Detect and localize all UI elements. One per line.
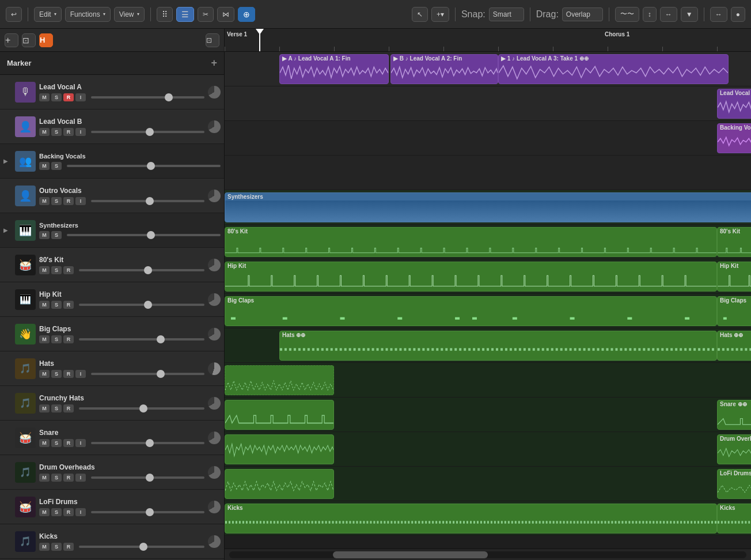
fader-knob-lead-vocal-b[interactable]: [146, 128, 154, 136]
region-lofi-drums-start[interactable]: [225, 469, 334, 499]
add-marker-button[interactable]: +: [211, 57, 217, 69]
region-big-claps-chorus[interactable]: Big Claps: [717, 296, 751, 326]
back-button[interactable]: ↩: [6, 7, 22, 22]
volume-knob-lead-vocal-b[interactable]: [208, 120, 221, 133]
mute-hip-kit[interactable]: M: [39, 301, 50, 309]
region-hip-kit-chorus[interactable]: Hip Kit: [717, 262, 751, 292]
volume-knob-crunchy-hats[interactable]: [208, 397, 221, 410]
solo-outro-vocals[interactable]: S: [51, 197, 62, 205]
record-hip-kit[interactable]: R: [63, 301, 74, 309]
input-lead-vocal-b[interactable]: I: [75, 128, 86, 136]
volume-knob-lead-vocal-a[interactable]: [208, 86, 221, 99]
solo-drum-overheads[interactable]: S: [51, 474, 62, 482]
h-button[interactable]: H: [39, 33, 53, 47]
fader-knob-lead-vocal-a[interactable]: [165, 93, 173, 101]
input-lead-vocal-a[interactable]: I: [75, 93, 86, 101]
fader-crunchy-hats[interactable]: [79, 407, 204, 410]
fader-knob-outro-vocals[interactable]: [146, 197, 154, 205]
region-hats-main[interactable]: Hats ⊕⊕: [279, 331, 717, 361]
fader-knob-hip-kit[interactable]: [144, 301, 152, 309]
volume-knob-snare[interactable]: [208, 432, 221, 444]
fader-knob-lofi-drums[interactable]: [146, 508, 154, 516]
mute-kicks[interactable]: M: [39, 543, 50, 551]
fader-lead-vocal-a[interactable]: [91, 96, 204, 99]
scissors-button[interactable]: ✂: [198, 7, 214, 22]
volume-knob-drum-overheads[interactable]: [208, 466, 221, 479]
region-80s-kit-chorus[interactable]: 80's Kit: [717, 227, 751, 257]
volume-knob-hip-kit[interactable]: [208, 293, 221, 306]
fader-outro-vocals[interactable]: [91, 200, 204, 202]
volume-knob-hats[interactable]: [208, 362, 221, 375]
fader-knob-crunchy-hats[interactable]: [139, 404, 147, 413]
transport-in[interactable]: ↔: [710, 7, 727, 22]
input-outro-vocals[interactable]: I: [75, 197, 86, 205]
record-button[interactable]: ⊕: [238, 7, 255, 22]
record-big-claps[interactable]: R: [63, 335, 74, 343]
solo-hats[interactable]: S: [51, 370, 62, 378]
midi-button[interactable]: ⋈: [217, 7, 234, 22]
mute-drum-overheads[interactable]: M: [39, 474, 50, 482]
tracks-scroll[interactable]: ▶ A ♪ Lead Vocal A 1: Fin ▶ B ♪ Lead Voc…: [225, 52, 751, 548]
solo-80s-kit[interactable]: S: [51, 266, 62, 274]
mute-crunchy-hats[interactable]: M: [39, 404, 50, 413]
solo-kicks[interactable]: S: [51, 543, 62, 551]
region-snare-chorus[interactable]: Snare ⊕⊕: [717, 400, 751, 430]
fader-knob-snare[interactable]: [146, 439, 154, 447]
fader-snare[interactable]: [91, 442, 204, 444]
fader-lofi-drums[interactable]: [91, 511, 204, 513]
record-crunchy-hats[interactable]: R: [63, 404, 74, 413]
region-80s-kit-main[interactable]: 80's Kit: [225, 227, 717, 257]
volume-knob-outro-vocals[interactable]: [208, 190, 221, 202]
mute-lead-vocal-b[interactable]: M: [39, 128, 50, 136]
mute-outro-vocals[interactable]: M: [39, 197, 50, 205]
volume-knob-lofi-drums[interactable]: [208, 501, 221, 513]
region-backing-vocals-chorus[interactable]: Backing Vocals: [717, 123, 751, 153]
mute-snare[interactable]: M: [39, 439, 50, 447]
fader-knob-kicks[interactable]: [139, 543, 147, 551]
transport-out[interactable]: ●: [731, 7, 745, 22]
scrollbar-thumb[interactable]: [333, 551, 488, 558]
region-hip-kit-main[interactable]: Hip Kit: [225, 262, 717, 292]
fader-hip-kit[interactable]: [79, 304, 204, 306]
solo-lead-vocal-b[interactable]: S: [51, 128, 62, 136]
volume-knob-kicks[interactable]: [208, 535, 221, 548]
record-lead-vocal-b[interactable]: R: [63, 128, 74, 136]
solo-synthesizers[interactable]: S: [51, 231, 62, 239]
input-snare[interactable]: I: [75, 439, 86, 447]
region-big-claps-main[interactable]: Big Claps: [225, 296, 717, 326]
record-drum-overheads[interactable]: R: [63, 474, 74, 482]
add-tool[interactable]: +▾: [431, 7, 449, 22]
pointer-tool[interactable]: ↖: [412, 7, 428, 22]
fader-big-claps[interactable]: [79, 338, 204, 340]
region-lead-vocal-b-chorus[interactable]: Lead Vocal B ⊕: [717, 89, 751, 119]
solo-backing-vocals[interactable]: S: [51, 162, 62, 170]
expand-backing-vocals[interactable]: ▶: [3, 158, 12, 164]
mute-lofi-drums[interactable]: M: [39, 508, 50, 516]
region-crunchy-hats[interactable]: [225, 365, 334, 395]
record-80s-kit[interactable]: R: [63, 266, 74, 274]
expand-synthesizers[interactable]: ▶: [3, 227, 12, 233]
fader-80s-kit[interactable]: [79, 269, 204, 271]
mute-btn[interactable]: ▼: [681, 7, 698, 22]
fader-knob-big-claps[interactable]: [157, 335, 165, 343]
record-snare[interactable]: R: [63, 439, 74, 447]
track-list-scroll[interactable]: 🎙 Lead Vocal A M S R I: [0, 75, 224, 560]
loop-btn[interactable]: ↔: [660, 7, 677, 22]
region-lofi-drums-chorus[interactable]: LoFi Drums 1 ⊕⊕: [717, 469, 751, 499]
region-lead-vocal-a-2[interactable]: ▶ B ♪ Lead Vocal A 2: Fin: [390, 54, 498, 84]
region-drum-overheads-chorus[interactable]: Drum Overheads ⊕⊕: [717, 434, 751, 464]
drag-select[interactable]: OverlapX-Fade: [562, 7, 603, 21]
region-hats-chorus[interactable]: Hats ⊕⊕: [717, 331, 751, 361]
fader-knob-synthesizers[interactable]: [147, 231, 155, 239]
volume-knob-big-claps[interactable]: [208, 328, 221, 340]
fader-knob-drum-overheads[interactable]: [146, 474, 154, 482]
bottom-scrollbar[interactable]: [229, 551, 746, 558]
fader-knob-hats[interactable]: [157, 370, 165, 378]
region-kicks-chorus[interactable]: Kicks: [717, 504, 751, 533]
record-lead-vocal-a[interactable]: R: [63, 93, 74, 101]
fader-drum-overheads[interactable]: [91, 476, 204, 479]
solo-crunchy-hats[interactable]: S: [51, 404, 62, 413]
mute-synthesizers[interactable]: M: [39, 231, 50, 239]
add-track-button[interactable]: +: [5, 33, 18, 47]
fader-knob-backing-vocals[interactable]: [147, 162, 155, 170]
